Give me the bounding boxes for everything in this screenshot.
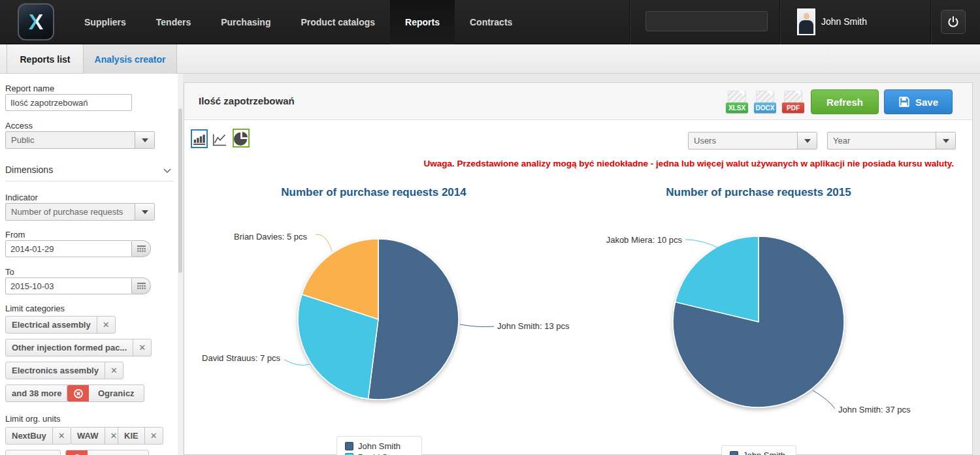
legend-item[interactable]: John Smith [345,441,415,452]
limit-categories-label: Limit categories [5,304,65,313]
pie-chart-2015: Number of purchase requests 2015 John Sm… [563,177,973,455]
tab-strip: Reports list Analysis creator [0,44,980,74]
cancel-circle-icon [67,385,89,401]
panel-title: Ilość zapotrzebowań [199,95,295,106]
app-logo[interactable]: X [18,3,54,40]
to-date-input[interactable] [5,277,132,294]
slice-label: John Smith: 13 pcs [497,321,570,331]
export-xlsx-button[interactable]: XLSX [726,91,748,114]
label-connector [316,234,332,251]
report-name-input[interactable] [5,94,132,111]
tab-reports-list[interactable]: Reports list [7,44,84,74]
chevron-down-icon [804,139,811,143]
panel-header: Ilość zapotrzebowań XLSX DOCX PDF Refres… [184,83,972,120]
nav-item-product-catalogs[interactable]: Product catalogs [286,0,390,44]
nav-separator [779,0,780,44]
pie-plot [563,177,973,455]
legend-swatch [730,451,738,455]
legend-item[interactable]: David Strauus [345,452,415,455]
slice-label: John Smith: 37 pcs [838,405,911,415]
label-connector [813,390,835,409]
currency-warning-text: Uwaga. Przedstawione analizy mogą być ni… [424,159,954,168]
chevron-down-icon [943,139,949,143]
from-calendar-button[interactable] [132,240,151,257]
nav-separator [930,0,931,44]
more-categories-chip[interactable]: and 38 more [5,384,69,402]
nav-search-input[interactable] [645,11,768,31]
dropdown-arrow-button[interactable] [135,204,154,220]
sidebar-scrollbar-thumb[interactable] [178,108,182,273]
remove-chip-button[interactable]: ✕ [52,428,71,444]
refresh-button[interactable]: Refresh [811,89,879,114]
pie-slice-john-smith[interactable] [368,239,459,400]
analysis-panel: Ilość zapotrzebowań XLSX DOCX PDF Refres… [184,82,973,455]
nav-item-suppliers[interactable]: Suppliers [69,0,141,44]
logout-button[interactable] [941,10,966,34]
export-docx-button[interactable]: DOCX [754,91,776,114]
dropdown-arrow-button[interactable] [135,132,154,148]
to-label: To [5,267,14,277]
dropdown-arrow-button[interactable] [936,133,955,149]
nav-item-tenders[interactable]: Tenders [141,0,206,44]
section-divider [5,181,174,181]
pie-plot [184,177,563,455]
to-calendar-button[interactable] [132,277,151,294]
remove-chip-button[interactable]: ✕ [133,339,151,356]
remove-chip-button[interactable]: ✕ [144,428,163,444]
tab-analysis-creator[interactable]: Analysis creator [84,44,177,74]
category-chip[interactable]: Electronics assembly ✕ [5,362,123,379]
indicator-select[interactable]: Number of purchase requests [5,203,155,221]
remove-chip-button[interactable]: ✕ [105,362,123,379]
calendar-icon [137,245,146,253]
period-select[interactable]: Year [827,132,956,149]
category-chip[interactable]: Electrical assembly ✕ [5,316,116,334]
legend-label: David Strauus [358,452,412,455]
legend-label: John Smith [743,450,785,455]
limit-org-button-partial[interactable] [65,450,149,455]
user-avatar[interactable] [797,8,815,35]
remove-chip-button[interactable]: ✕ [97,317,115,333]
slice-label: Brian Davies: 5 pcs [234,232,307,242]
org-unit-chip[interactable]: KIE ✕ [118,427,163,445]
org-unit-chip[interactable]: NextBuy ✕ [5,427,71,445]
chart-type-line-button[interactable] [211,130,228,149]
legend-swatch [345,442,353,450]
bar-chart-icon [193,133,206,146]
category-chip[interactable]: Other injection formed pac... ✕ [5,339,152,356]
limit-org-units-label: Limit org. units [5,414,61,424]
pie-chart-icon [234,131,248,146]
nav-item-reports[interactable]: Reports [390,0,455,44]
chart-legend: John SmithDavid StrauusBrian Davies [336,436,422,455]
cancel-circle-icon [66,450,88,455]
org-unit-chip-partial[interactable] [5,450,61,455]
group-by-select[interactable]: Users [688,132,817,149]
calendar-icon [137,282,146,290]
from-date-input[interactable] [5,240,132,257]
chevron-down-icon[interactable] [163,168,171,174]
access-select[interactable]: Public [5,131,155,149]
chart-type-bar-button[interactable] [191,129,208,148]
dropdown-arrow-button[interactable] [797,133,817,149]
save-button[interactable]: Save [884,89,953,114]
power-icon [946,15,960,29]
analysis-sidebar: Report name Access Public Dimensions Ind… [0,74,178,455]
org-unit-chip[interactable]: WAW ✕ [71,427,123,445]
dimensions-section-header[interactable]: Dimensions [5,165,53,175]
legend-item[interactable]: John Smith [730,450,789,455]
chart-type-pie-button[interactable] [233,129,250,148]
user-name[interactable]: John Smith [821,16,867,27]
legend-label: John Smith [358,441,400,451]
export-pdf-button[interactable]: PDF [782,91,804,114]
from-label: From [5,230,25,240]
label-connector [284,360,310,365]
nav-item-purchasing[interactable]: Purchasing [206,0,286,44]
chevron-down-icon [142,138,148,142]
nav-menu: Suppliers Tenders Purchasing Product cat… [69,0,527,44]
limit-categories-button[interactable]: Ogranicz [67,384,144,402]
access-label: Access [5,121,33,131]
chevron-down-icon [142,210,148,214]
chart-legend: John SmithJakob Miera [721,445,796,455]
label-connector [460,324,494,327]
nav-item-contracts[interactable]: Contracts [455,0,527,44]
slice-label: David Strauus: 7 pcs [202,353,280,363]
